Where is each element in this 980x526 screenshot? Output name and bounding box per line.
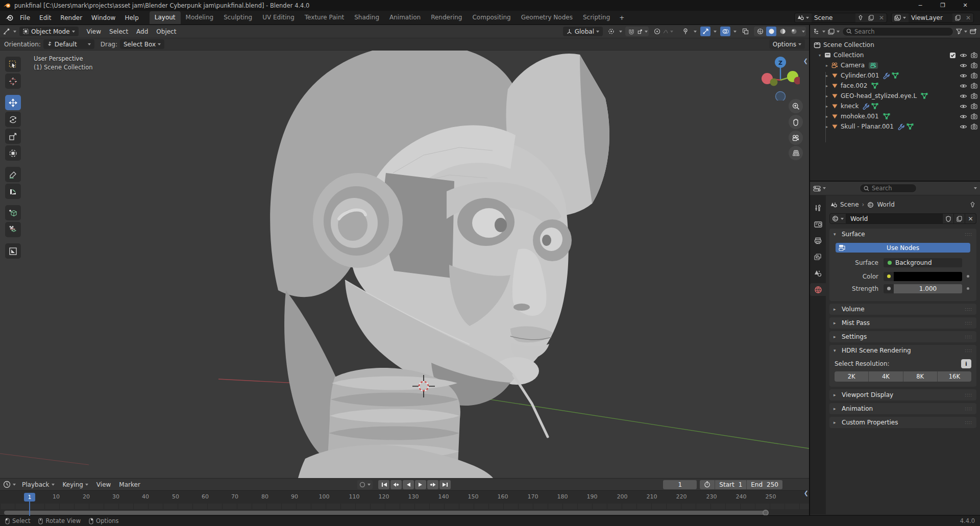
navigation-gizmo[interactable]: Z Z	[761, 54, 800, 101]
options-dropdown[interactable]: Options	[769, 39, 805, 49]
render-visibility-icon[interactable]	[971, 83, 977, 89]
mesh-data-icon[interactable]	[892, 72, 899, 79]
fake-user-shield-icon[interactable]	[943, 213, 954, 224]
tab-scene-properties[interactable]	[810, 267, 826, 280]
resolution-16k-button[interactable]: 16K	[938, 371, 971, 382]
maximize-button[interactable]: ❐	[932, 0, 954, 11]
filter-icon[interactable]	[956, 29, 967, 34]
timeline-ruler[interactable]: 1 10 20 30 40 50 60 70 80 90 100 110 120…	[0, 490, 809, 504]
render-visibility-icon[interactable]	[971, 72, 977, 79]
viewport-display-panel[interactable]: ▸Viewport Display::::	[829, 389, 976, 400]
editor-type-icon[interactable]	[3, 28, 16, 35]
color-socket-icon[interactable]	[884, 272, 894, 281]
expander-icon[interactable]: ▸	[823, 114, 830, 119]
mist-pass-panel[interactable]: ▸Mist Pass::::	[829, 317, 976, 329]
render-visibility-icon[interactable]	[971, 52, 977, 58]
menu-file[interactable]: File	[15, 13, 35, 23]
tab-rendering[interactable]: Rendering	[426, 11, 467, 24]
blender-menu-icon[interactable]	[5, 15, 13, 21]
proportional-falloff-icon[interactable]	[663, 27, 673, 36]
tab-geometry-nodes[interactable]: Geometry Nodes	[516, 11, 578, 24]
frame-start-field[interactable]: Start1	[715, 480, 746, 489]
panel-grip-icon[interactable]: ::::	[965, 407, 972, 411]
proportional-edit-icon[interactable]	[652, 27, 662, 36]
transform-orientation-dropdown[interactable]: Global	[563, 27, 603, 36]
expander-icon[interactable]: ▸	[823, 124, 830, 129]
expander-icon[interactable]: ▸	[823, 94, 830, 98]
outliner-editor-icon[interactable]	[813, 28, 825, 35]
animate-decorator-icon[interactable]	[967, 275, 969, 278]
remove-viewlayer-icon[interactable]: ✕	[963, 13, 973, 22]
strength-slider[interactable]: 1.000	[894, 284, 962, 293]
volume-panel[interactable]: ▸Volume::::	[829, 304, 976, 315]
timeline-editor-icon[interactable]	[3, 481, 16, 488]
viewlayer-name[interactable]: ViewLayer	[909, 13, 952, 22]
play-reverse-button[interactable]	[403, 480, 414, 489]
jump-to-start-button[interactable]	[378, 480, 389, 489]
snap-target-icon[interactable]	[638, 27, 648, 36]
add-cube-tool[interactable]	[5, 205, 21, 220]
modifier-wrench-icon[interactable]	[898, 123, 904, 130]
outliner-display-mode-icon[interactable]	[828, 29, 840, 35]
annotate-tool[interactable]	[5, 167, 21, 182]
timeline-menu-playback[interactable]: Playback	[18, 480, 59, 489]
settings-panel[interactable]: ▸Settings::::	[829, 331, 976, 342]
outliner-row-skull[interactable]: ▸ Skull - Planar.001	[810, 121, 980, 132]
unlink-datablock-icon[interactable]: ✕	[965, 213, 976, 224]
playhead-frame-badge[interactable]: 1	[24, 493, 35, 502]
viewport-menu-view[interactable]: View	[83, 27, 105, 36]
jump-to-end-button[interactable]	[439, 480, 451, 489]
hide-eye-icon[interactable]	[960, 104, 967, 109]
tab-output-properties[interactable]	[810, 234, 826, 247]
timeline-menu-marker[interactable]: Marker	[115, 480, 144, 489]
tab-compositing[interactable]: Compositing	[467, 11, 516, 24]
mesh-data-icon[interactable]	[871, 103, 878, 109]
mesh-data-icon[interactable]	[906, 123, 914, 130]
modifier-wrench-icon[interactable]	[883, 72, 890, 79]
tab-world-properties[interactable]	[810, 283, 826, 296]
outliner-row-mohoke[interactable]: ▸ mohoke.001	[810, 111, 980, 121]
scale-tool[interactable]	[5, 129, 21, 144]
copy-datablock-icon[interactable]	[954, 213, 965, 224]
close-button[interactable]: ✕	[954, 0, 976, 11]
sidebar-collapse-chevron[interactable]: ❮	[803, 58, 808, 64]
panel-grip-icon[interactable]: ::::	[965, 393, 972, 397]
shading-solid-icon[interactable]	[766, 27, 776, 36]
expander-icon[interactable]: ▾	[816, 53, 823, 58]
gizmos-toggle[interactable]	[700, 27, 717, 36]
color-swatch[interactable]	[894, 272, 962, 281]
shading-material-icon[interactable]	[777, 27, 788, 36]
render-visibility-icon[interactable]	[971, 113, 977, 119]
outliner-row-collection[interactable]: ▾ Collection	[810, 50, 980, 60]
new-scene-icon[interactable]	[866, 13, 876, 22]
orientation-default-dropdown[interactable]: Default	[43, 39, 94, 49]
current-frame-field[interactable]: 1	[663, 480, 697, 489]
expander-icon[interactable]: ▸	[823, 84, 830, 88]
panel-grip-icon[interactable]: ::::	[965, 321, 972, 325]
auto-keyframe-toggle[interactable]	[357, 480, 373, 489]
hdri-panel-header[interactable]: ▾ HDRI Scene Rendering ::::	[829, 345, 976, 356]
scene-datablock-icon[interactable]	[795, 13, 812, 22]
menu-help[interactable]: Help	[120, 13, 143, 23]
mesh-data-icon[interactable]	[883, 113, 890, 119]
render-visibility-icon[interactable]	[971, 62, 977, 68]
new-collection-icon[interactable]	[970, 28, 977, 35]
tab-render-properties[interactable]	[810, 218, 826, 231]
resolution-4k-button[interactable]: 4K	[869, 371, 903, 382]
snap-magnet-icon[interactable]	[626, 27, 636, 36]
outliner-row-cylinder[interactable]: ▸ Cylinder.001	[810, 70, 980, 81]
resolution-2k-button[interactable]: 2K	[835, 371, 869, 382]
checkbox-icon[interactable]	[949, 52, 956, 59]
mode-dropdown[interactable]: Object Mode	[19, 27, 79, 36]
viewport-menu-add[interactable]: Add	[132, 27, 152, 36]
outliner-search[interactable]	[842, 27, 953, 36]
properties-editor-icon[interactable]	[813, 185, 826, 192]
hide-eye-icon[interactable]	[960, 63, 967, 68]
outliner-row-camera[interactable]: ▸ Camera	[810, 60, 980, 70]
viewport-menu-select[interactable]: Select	[105, 27, 132, 36]
add-workspace-button[interactable]: +	[615, 13, 628, 22]
tab-scripting[interactable]: Scripting	[578, 11, 615, 24]
viewport-menu-object[interactable]: Object	[152, 27, 180, 36]
rotate-tool[interactable]	[5, 112, 21, 127]
outliner-search-input[interactable]	[854, 28, 949, 35]
